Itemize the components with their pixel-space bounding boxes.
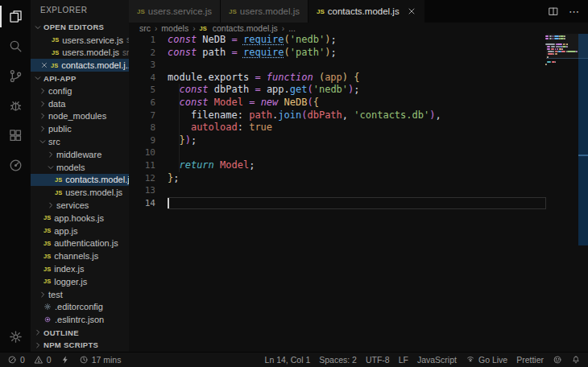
status-go-live[interactable]: Go Live (466, 355, 507, 365)
section-npm-scripts[interactable]: NPM SCRIPTS (31, 339, 129, 352)
tree-item-contacts-model-js[interactable]: JScontacts.model.js (31, 174, 129, 187)
line-number-9[interactable]: 9 (129, 134, 166, 147)
activity-extensions-icon[interactable] (0, 121, 31, 151)
code-line-5[interactable]: const dbPath = app.get('nedb'); (168, 84, 546, 97)
tree-item-models[interactable]: models (31, 161, 129, 174)
tree-item-app-js[interactable]: JSapp.js (31, 225, 129, 237)
status-ln-14-col-1[interactable]: Ln 14, Col 1 (265, 355, 311, 365)
code-line-14[interactable] (168, 197, 546, 210)
tab-users-service-js[interactable]: JSusers.service.js (129, 0, 220, 23)
tab-users-model-js[interactable]: JSusers.model.js (221, 0, 308, 23)
tree-item-logger-js[interactable]: JSlogger.js (31, 275, 129, 288)
editor[interactable]: 1234567891011121314 const NeDB = require… (129, 34, 588, 352)
activity-source-control-icon[interactable] (0, 61, 31, 91)
breadcrumb-contacts-model-js[interactable]: JScontacts.model.js (200, 23, 278, 33)
code-line-3[interactable] (168, 59, 546, 72)
status-javascript[interactable]: JavaScript (417, 355, 457, 365)
activity-search-icon[interactable] (0, 31, 31, 61)
tree-item-services[interactable]: services (31, 199, 129, 212)
code-line-11[interactable]: return Model; (168, 159, 546, 172)
status-lf[interactable]: LF (399, 355, 408, 365)
status-right: Ln 14, Col 1Spaces: 2UTF-8LFJavaScriptGo… (265, 355, 581, 365)
more-actions-icon[interactable]: ⋯ (569, 6, 580, 17)
tree-item-config[interactable]: config (31, 85, 129, 97)
close-icon[interactable] (407, 6, 416, 16)
split-editor-icon[interactable] (548, 6, 559, 17)
line-number-13[interactable]: 13 (129, 184, 166, 197)
tree-item-users-model-js[interactable]: JSusers.model.js (31, 186, 129, 199)
js-file-icon: JS (55, 176, 62, 184)
gear-icon (43, 303, 52, 311)
tree-item-test[interactable]: test (31, 288, 129, 301)
code-line-1[interactable]: const NeDB = require('nedb'); (168, 34, 546, 47)
code-line-9[interactable]: }); (168, 134, 546, 147)
tree-item-public[interactable]: public (31, 122, 129, 135)
activity-explorer-icon[interactable] (0, 2, 31, 31)
open-editor-contacts-model-j[interactable]: JScontacts.model.j... (31, 59, 129, 72)
tree-item-node-modules[interactable]: node_modules (31, 110, 129, 123)
editor-scrollbar[interactable] (578, 34, 588, 245)
status-spaces-2[interactable]: Spaces: 2 (319, 355, 357, 365)
activity-test-gauge-icon[interactable] (0, 151, 31, 180)
status-17-mins[interactable]: 17 mins (79, 355, 122, 365)
status-prettier[interactable]: Prettier (516, 355, 544, 365)
open-editor-users-model-js[interactable]: JSusers.model.jssr... (31, 47, 129, 60)
status-0[interactable]: 0 (34, 355, 52, 365)
status-smiley[interactable] (553, 355, 562, 365)
line-number-1[interactable]: 1 (129, 34, 166, 47)
breadcrumb-[interactable]: ... (288, 23, 296, 33)
code-line-8[interactable]: autoload: true (168, 122, 546, 134)
tree-item-src[interactable]: src (31, 135, 129, 148)
tree-item-eslintrc-json[interactable]: .eslintrc.json (31, 313, 129, 326)
code-line-7[interactable]: filename: path.join(dbPath, 'contacts.db… (168, 109, 546, 122)
section-api-app[interactable]: API-APP (31, 72, 129, 85)
tree-item-app-hooks-js[interactable]: JSapp.hooks.js (31, 212, 129, 225)
tree-item-index-js[interactable]: JSindex.js (31, 262, 129, 275)
activity-settings-icon[interactable] (0, 322, 31, 352)
code-line-10[interactable] (168, 146, 546, 159)
breadcrumb-src[interactable]: src (139, 23, 151, 33)
token: const (168, 34, 197, 45)
tree-item-editorconfig[interactable]: .editorconfig (31, 301, 129, 314)
line-number-5[interactable]: 5 (129, 84, 166, 97)
code-line-2[interactable]: const path = require('path'); (168, 47, 546, 60)
tab-contacts-model-js[interactable]: JScontacts.model.js (308, 0, 424, 23)
line-number-gutter[interactable]: 1234567891011121314 (129, 34, 166, 209)
item-label: OUTLINE (43, 328, 79, 337)
item-label: .editorconfig (55, 302, 103, 311)
line-number-7[interactable]: 7 (129, 109, 166, 122)
code-content[interactable]: const NeDB = require('nedb');const path … (168, 34, 546, 209)
tree-item-data[interactable]: data (31, 97, 129, 110)
status-utf-8[interactable]: UTF-8 (366, 355, 390, 365)
tree-item-authentication-js[interactable]: JSauthentication.js (31, 237, 129, 250)
line-number-6[interactable]: 6 (129, 97, 166, 109)
status-bell[interactable] (571, 355, 581, 365)
code-line-13[interactable] (168, 184, 546, 197)
code-line-12[interactable]: }; (168, 172, 546, 185)
line-number-3[interactable]: 3 (129, 59, 166, 72)
line-number-8[interactable]: 8 (129, 122, 166, 134)
status-0[interactable]: 0 (7, 355, 25, 365)
breadcrumb-models[interactable]: models (161, 23, 188, 33)
activity-debug-icon[interactable] (0, 91, 31, 121)
line-number-14[interactable]: 14 (129, 197, 166, 210)
chevron-right-icon (47, 201, 55, 209)
line-number-11[interactable]: 11 (129, 159, 166, 172)
status-lightning[interactable] (60, 355, 70, 365)
minimap-slider[interactable] (546, 34, 588, 59)
tree-item-channels-js[interactable]: JSchannels.js (31, 249, 129, 262)
code-line-4[interactable]: module.exports = function (app) { (168, 72, 546, 85)
token: path (202, 47, 226, 58)
close-icon[interactable] (40, 61, 48, 69)
token (278, 97, 284, 108)
open-editor-users-service-js[interactable]: JSusers.service.jss... (31, 34, 129, 47)
line-number-2[interactable]: 2 (129, 47, 166, 60)
line-number-4[interactable]: 4 (129, 72, 166, 85)
tree-item-middleware[interactable]: middleware (31, 148, 129, 161)
line-number-10[interactable]: 10 (129, 146, 166, 159)
code-line-6[interactable]: const Model = new NeDB({ (168, 97, 546, 109)
token: = (232, 47, 238, 58)
section-open-editors[interactable]: OPEN EDITORS (31, 21, 129, 34)
line-number-12[interactable]: 12 (129, 172, 166, 185)
section-outline[interactable]: OUTLINE (31, 326, 129, 339)
